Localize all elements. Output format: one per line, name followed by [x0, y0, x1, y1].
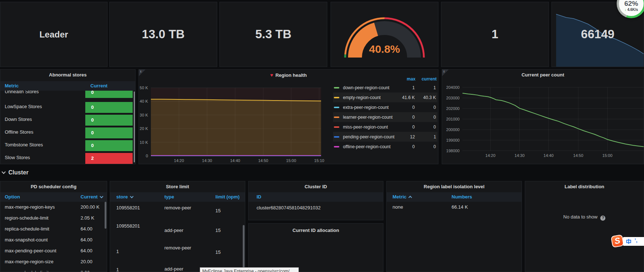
panel-abnormal-stores: Abnormal stores Unhealth Stores 0 LowSpa… [0, 69, 136, 164]
storage-capacity-value: 13.0 TB [110, 28, 217, 41]
badge-inner-circle: 62% ↓ 4.6K/s [619, 0, 644, 16]
legend-series-name[interactable]: offline-peer-region-count [343, 144, 394, 149]
panel-current-peer-count: i Current peer count 1980001990002000002… [442, 69, 644, 164]
punctuation-mode-icon[interactable]: ’, [635, 237, 637, 243]
legend-current-value: 0 [415, 125, 437, 130]
sort-chevron-down-icon [100, 195, 104, 198]
legend-swatch [334, 117, 339, 118]
svg-text:203000: 203000 [446, 96, 460, 100]
table-cell-metric: Offline Stores [5, 127, 34, 138]
legend-series-name[interactable]: miss-peer-region-count [343, 125, 394, 130]
help-question-icon[interactable]: ? [600, 216, 605, 221]
region-count-value: 66149 [552, 28, 644, 41]
status-cell: 0 [85, 102, 133, 113]
ime-toolbar: ’, [623, 237, 644, 246]
table-cell-type: remove-peer [164, 202, 191, 213]
legend-series-name[interactable]: pending-peer-region-count [343, 134, 394, 139]
column-header-metric[interactable]: Metric [5, 81, 19, 91]
legend-current-value: 0 [415, 144, 437, 149]
column-header-option[interactable]: Option [5, 192, 20, 202]
panel-title-label-distribution[interactable]: Label distribution [525, 183, 644, 191]
legend-row[interactable]: pending-peer-region-count 12 1 [333, 132, 437, 142]
table-cell-option: max-merge-region-size [5, 256, 54, 267]
panel-current-id-allocation: Current ID allocation [248, 223, 383, 272]
column-header-current[interactable]: Current [90, 81, 108, 91]
svg-text:204000: 204000 [446, 85, 460, 90]
cluster-id-value: cluster6828074581048291032 [257, 203, 321, 213]
gauge-chart[interactable] [331, 2, 438, 67]
svg-text:15:00: 15:00 [286, 158, 296, 163]
panel-title-region-label-isolation[interactable]: Region label isolation level [387, 183, 522, 191]
table-cell-value: 64.00 [81, 234, 93, 245]
scrollbar[interactable] [134, 91, 135, 162]
legend-max-value: 41.6 K [394, 95, 415, 100]
table-cell-value: 2.05 K [81, 213, 94, 224]
legend-current-value: 40.3 K [415, 95, 437, 100]
column-header-numbers[interactable]: Numbers [452, 192, 472, 202]
table-cell-numbers: 66.14 K [452, 202, 468, 213]
status-cell: 0 [85, 127, 133, 138]
column-header-store[interactable]: store [116, 192, 133, 202]
table-cell-limit: 15 [215, 247, 220, 258]
panel-title-region-health[interactable]: ♥Region health [139, 71, 438, 79]
legend-max-value: 0 [394, 144, 415, 149]
panel-title-store-limit[interactable]: Store limit [110, 183, 245, 191]
legend-series-name[interactable]: down-peer-region-count [343, 85, 394, 90]
column-header-metric[interactable]: Metric [393, 192, 411, 202]
table-cell-option: merge-schedule-limit [5, 267, 49, 272]
table-cell-type: add-peer [164, 264, 183, 272]
table-cell-metric: LowSpace Stores [5, 101, 42, 112]
scrollbar[interactable] [243, 225, 245, 272]
legend-row[interactable]: miss-peer-region-count 0 0 [333, 122, 437, 132]
legend-row[interactable]: learner-peer-region-count 0 0 [333, 112, 437, 122]
status-cell: 0 [85, 115, 133, 126]
legend-series-name[interactable]: empty-region-count [343, 95, 394, 100]
panel-title-current-id-allocation[interactable]: Current ID allocation [249, 226, 383, 234]
table-cell-value: 64.00 [81, 224, 93, 234]
column-header-id[interactable]: ID [257, 192, 261, 202]
section-header-cluster[interactable]: Cluster [2, 168, 28, 177]
panel-info-corner[interactable] [442, 70, 449, 76]
panel-cluster-id: Cluster ID ID cluster6828074581048291032 [248, 181, 383, 220]
legend-max-value: 0 [394, 125, 415, 130]
scrollbar[interactable] [105, 202, 106, 229]
table-cell-limit: 15 [215, 205, 220, 216]
panel-info-corner[interactable] [139, 70, 145, 76]
panel-title-abnormal-stores[interactable]: Abnormal stores [0, 71, 135, 79]
legend-row[interactable]: offline-peer-region-count 0 0 [333, 142, 437, 151]
legend-series-name[interactable]: learner-peer-region-count [343, 115, 394, 120]
legend-max-value: 0 [394, 105, 415, 110]
table-cell-metric: Tombstone Stores [5, 139, 43, 150]
svg-text:0: 0 [146, 154, 148, 158]
svg-text:14:20: 14:20 [174, 158, 184, 163]
sogou-ime-bar: S ’, [612, 235, 644, 248]
table-cell-metric: none [393, 202, 403, 213]
panel-leader: Leader [0, 2, 108, 67]
chinese-mode-icon[interactable] [626, 239, 632, 244]
column-header-current[interactable]: Current [81, 192, 103, 202]
svg-text:200000: 200000 [446, 127, 460, 132]
column-header-type[interactable]: type [164, 192, 174, 202]
legend-current-value: 0 [415, 105, 437, 110]
panel-title-pd-scheduler-config[interactable]: PD scheduler config [0, 183, 107, 191]
current-storage-size-value: 5.3 TB [220, 28, 327, 41]
legend-swatch [334, 126, 339, 128]
panel-region-label-isolation: Region label isolation level Metric Numb… [386, 181, 522, 272]
column-header-limit[interactable]: limit (opm) [215, 192, 239, 202]
legend-row[interactable]: down-peer-region-count 1 1 [333, 83, 437, 92]
panel-title-current-peer-count[interactable]: Current peer count [442, 71, 644, 79]
legend-current-value: 0 [415, 115, 437, 120]
region-health-legend: max current down-peer-region-count 1 1 e… [333, 75, 437, 151]
legend-row[interactable]: empty-region-count 41.6 K 40.3 K [333, 92, 437, 102]
legend-swatch [334, 87, 339, 88]
legend-row[interactable]: extra-peer-region-count 0 0 [333, 102, 437, 112]
sort-chevron-down-icon [130, 195, 133, 198]
sort-chevron-up-icon [409, 196, 412, 200]
current-peer-count-chart[interactable]: 1980001990002000002010002020002030002040… [442, 70, 644, 164]
sogou-logo-icon[interactable]: S [610, 234, 624, 248]
table-cell-type: add-peer [164, 225, 183, 236]
svg-text:15:00: 15:00 [602, 153, 613, 158]
panel-title-cluster-id[interactable]: Cluster ID [249, 183, 383, 191]
badge-percent: 62% [619, 0, 644, 8]
legend-series-name[interactable]: extra-peer-region-count [343, 105, 394, 110]
